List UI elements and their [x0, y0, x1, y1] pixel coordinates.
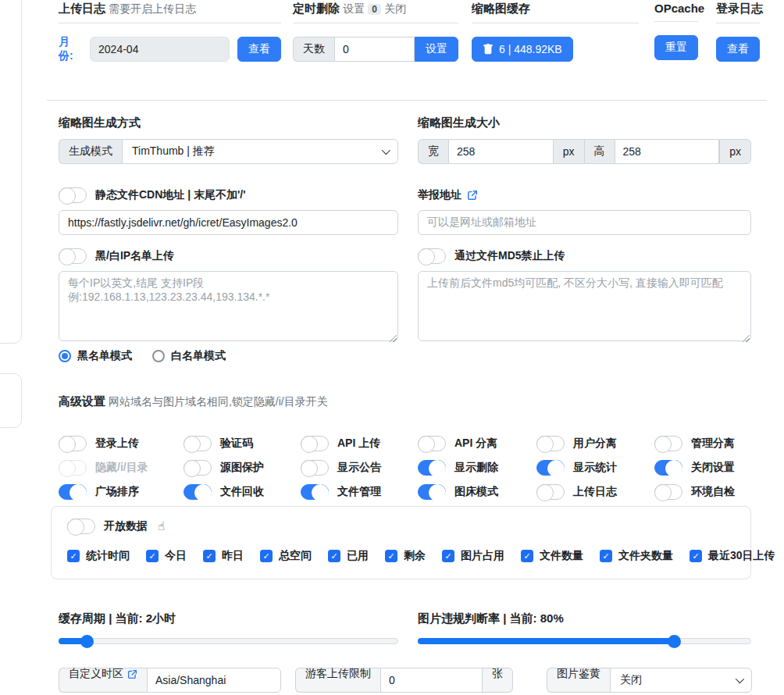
md5-textarea[interactable] — [418, 271, 751, 341]
checkbox-label: 昨日 — [222, 549, 244, 563]
thumb-size-title: 缩略图生成大小 — [418, 116, 751, 130]
report-label: 举报地址 — [418, 188, 461, 202]
toggle-switch[interactable] — [536, 460, 565, 476]
checkbox-checked-icon[interactable] — [442, 550, 454, 562]
advanced-toggle-item[interactable]: 用户分离 — [536, 431, 654, 455]
open-data-checkbox-item[interactable]: 剩余 — [385, 549, 426, 563]
report-input[interactable]: 可以是网址或邮箱地址 — [418, 210, 751, 235]
thumb-cache-title: 缩略图缓存 — [472, 2, 639, 16]
timezone-input[interactable]: Asia/Shanghai — [147, 668, 281, 693]
checkbox-checked-icon[interactable] — [146, 550, 159, 562]
advanced-toggle-item[interactable]: 图床模式 — [418, 479, 536, 504]
open-data-checkbox-item[interactable]: 总空间 — [260, 549, 312, 563]
height-input[interactable]: 258 — [615, 139, 720, 164]
violation-slider-thumb[interactable] — [668, 635, 681, 648]
open-data-checkbox-item[interactable]: 已用 — [328, 549, 369, 563]
checkbox-checked-icon[interactable] — [260, 550, 273, 562]
porn-check-select[interactable]: 关闭 — [610, 668, 752, 693]
advanced-toggle-item[interactable]: API 分离 — [418, 431, 536, 455]
advanced-toggle-item[interactable]: 显示统计 — [536, 455, 654, 479]
external-link-icon[interactable] — [467, 190, 478, 201]
toggle-switch[interactable] — [536, 436, 565, 451]
checkbox-checked-icon[interactable] — [385, 550, 397, 562]
toggle-switch[interactable] — [654, 460, 682, 476]
advanced-toggle-item[interactable]: 文件管理 — [301, 479, 418, 504]
open-data-checkbox-item[interactable]: 统计时间 — [67, 549, 130, 563]
toggle-switch[interactable] — [59, 460, 87, 476]
md5-toggle[interactable] — [418, 248, 446, 264]
login-log-view-button[interactable]: 查看 — [716, 37, 760, 62]
advanced-toggle-item[interactable]: 源图保护 — [184, 455, 301, 479]
month-value: 2024-04 — [98, 43, 138, 55]
advanced-toggle-item[interactable]: 文件回收 — [184, 479, 301, 504]
checkbox-checked-icon[interactable] — [600, 550, 612, 562]
thumb-size-block: 缩略图生成大小 宽 258 px 高 258 px — [418, 116, 751, 164]
upload-log-view-button[interactable]: 查看 — [237, 37, 281, 62]
advanced-toggle-item[interactable]: 环境自检 — [654, 479, 751, 504]
toggle-switch[interactable] — [184, 460, 212, 476]
cdn-toggle[interactable] — [59, 187, 87, 203]
advanced-toggle-item[interactable]: 管理分离 — [654, 431, 751, 455]
days-input[interactable]: 0 — [334, 37, 415, 62]
hand-pointer-icon[interactable]: ☝ — [158, 519, 165, 533]
toggle-switch[interactable] — [59, 436, 87, 451]
advanced-toggle-item[interactable]: 显示公告 — [301, 455, 418, 479]
blacklist-mode-option[interactable]: 黑名单模式 — [59, 349, 132, 363]
toggle-switch[interactable] — [418, 436, 446, 451]
toggle-switch[interactable] — [301, 436, 329, 451]
width-input[interactable]: 258 — [448, 139, 554, 164]
ip-list-toggle[interactable] — [59, 248, 87, 264]
guest-limit-input[interactable]: 0 — [380, 668, 483, 693]
open-data-checkbox-item[interactable]: 文件夹数量 — [600, 549, 673, 563]
advanced-toggle-item[interactable]: 关闭设置 — [654, 455, 751, 479]
open-data-checkbox-item[interactable]: 今日 — [146, 549, 187, 563]
toggle-switch[interactable] — [654, 484, 682, 500]
toggle-switch[interactable] — [418, 460, 446, 476]
checkbox-checked-icon[interactable] — [690, 550, 702, 562]
toggle-switch[interactable] — [536, 484, 565, 500]
opcache-reset-button[interactable]: 重置 — [654, 35, 698, 60]
toggle-switch[interactable] — [184, 436, 212, 451]
toggle-switch[interactable] — [301, 484, 329, 500]
open-data-checkbox-item[interactable]: 最近30日上传 — [690, 549, 775, 563]
open-data-checkbox-item[interactable]: 文件数量 — [521, 549, 583, 563]
month-input[interactable]: 2024-04 — [90, 37, 230, 62]
toggle-switch[interactable] — [654, 436, 682, 451]
report-placeholder: 可以是网址或邮箱地址 — [427, 216, 536, 230]
advanced-toggle-item[interactable]: 广场排序 — [59, 479, 184, 504]
advanced-toggle-item[interactable]: 上传日志 — [536, 479, 654, 504]
radio-selected-icon[interactable] — [59, 350, 71, 362]
cache-slider-thumb[interactable] — [80, 635, 94, 648]
ip-list-textarea[interactable] — [59, 271, 398, 341]
width-unit-addon: px — [554, 139, 584, 164]
advanced-toggle-item[interactable]: 验证码 — [184, 431, 301, 455]
advanced-toggle-item[interactable]: API 上传 — [301, 431, 418, 455]
open-data-toggle[interactable] — [67, 519, 95, 534]
chevron-down-icon — [382, 146, 390, 155]
advanced-toggle-item[interactable]: 登录上传 — [59, 431, 184, 455]
guest-limit-value: 0 — [389, 674, 395, 686]
violation-slider[interactable] — [418, 638, 751, 644]
external-link-icon[interactable] — [127, 669, 137, 679]
toggle-switch[interactable] — [418, 484, 446, 500]
porn-check-value: 关闭 — [620, 673, 642, 687]
open-data-checkbox-item[interactable]: 图片占用 — [442, 549, 504, 563]
toggle-switch[interactable] — [59, 484, 87, 500]
whitelist-mode-option[interactable]: 白名单模式 — [152, 349, 226, 363]
cdn-input[interactable]: https://fastly.jsdelivr.net/gh/icret/Eas… — [59, 210, 398, 235]
checkbox-checked-icon[interactable] — [203, 550, 216, 562]
checkbox-checked-icon[interactable] — [521, 550, 533, 562]
trash-icon — [483, 44, 494, 55]
advanced-toggle-item[interactable]: 隐藏/i/目录 — [59, 455, 184, 479]
advanced-toggle-item[interactable]: 显示删除 — [418, 455, 536, 479]
checkbox-checked-icon[interactable] — [67, 550, 80, 562]
checkbox-checked-icon[interactable] — [328, 550, 340, 562]
open-data-checkbox-item[interactable]: 昨日 — [203, 549, 244, 563]
gen-mode-select[interactable]: TimThumb | 推荐 — [122, 139, 398, 164]
thumb-cache-clear-button[interactable]: 6 | 448.92KB — [472, 37, 573, 62]
cache-slider[interactable] — [59, 638, 398, 644]
radio-unselected-icon[interactable] — [152, 350, 165, 362]
toggle-switch[interactable] — [301, 460, 329, 476]
toggle-switch[interactable] — [184, 484, 212, 500]
days-set-button[interactable]: 设置 — [415, 37, 458, 62]
